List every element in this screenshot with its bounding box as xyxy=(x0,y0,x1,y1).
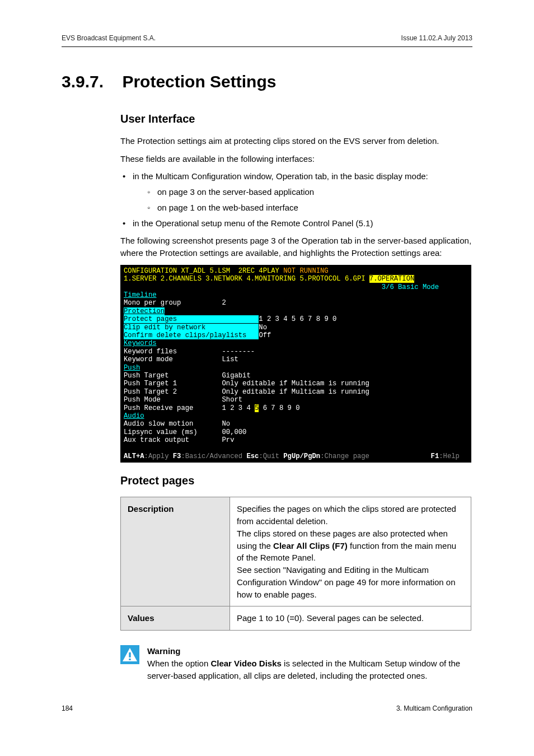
term-line: NOT RUNNING xyxy=(283,267,328,275)
term-line: Push Target Gigabit xyxy=(124,372,251,380)
term-line: 1.SERVER 2.CHANNELS 3.NETWORK 4.MONITORI… xyxy=(124,275,369,283)
term-line: Protect pages xyxy=(124,315,259,323)
section-number: 3.9.7. xyxy=(62,72,104,91)
term-line: :Basic/Advanced xyxy=(181,452,246,460)
cell-label: Description xyxy=(121,497,230,606)
protect-pages-table: Description Specifies the pages on which… xyxy=(120,497,471,631)
term-line: 1 2 3 4 5 6 7 8 9 0 xyxy=(259,315,336,323)
term-line: Mono per group 2 xyxy=(124,299,226,307)
term-line: CONFIGURATION XT_ADL 5.LSM 2REC 4PLAY xyxy=(124,267,283,275)
term-line: Audio slow motion No xyxy=(124,420,230,428)
term-key: Esc xyxy=(246,452,259,460)
term-key: PgUp/PgDn xyxy=(283,452,320,460)
warning-text: When the option Clear Video Disks is sel… xyxy=(147,657,472,682)
warning-block: Warning When the option Clear Video Disk… xyxy=(120,645,472,682)
cell-value: Specifies the pages on which the clips s… xyxy=(230,497,471,606)
terminal-screenshot: CONFIGURATION XT_ADL 5.LSM 2REC 4PLAY NO… xyxy=(120,265,471,463)
term-line: :Change page xyxy=(320,452,369,460)
term-key: F3 xyxy=(173,452,181,460)
term-line: Aux track output Prv xyxy=(124,436,234,444)
term-line: :Help xyxy=(439,452,460,460)
list-item: in the Operational setup menu of the Rem… xyxy=(120,217,472,230)
list-item: on page 1 on the web-based interface xyxy=(145,202,472,214)
term-line: Push Target 2 Only editable if Multicam … xyxy=(124,388,369,396)
text-bold: Clear All Clips (F7) xyxy=(273,541,348,550)
term-line: :Apply xyxy=(144,452,173,460)
term-line: Keyword mode List xyxy=(124,356,238,363)
term-line: Protection xyxy=(124,307,165,315)
term-line: Confirm delete clips/playlists xyxy=(124,332,259,339)
term-line: Push Mode Short xyxy=(124,396,242,404)
term-line xyxy=(124,283,382,291)
term-line: No xyxy=(259,324,267,332)
warning-icon xyxy=(120,645,139,668)
footer-page-number: 184 xyxy=(62,704,73,713)
term-line: Push Target 1 Only editable if Multicam … xyxy=(124,380,369,388)
term-line: Clip edit by network xyxy=(124,324,259,332)
list-item: in the Multicam Configuration window, Op… xyxy=(120,170,472,213)
term-line: 3/6 Basic Mode xyxy=(382,283,439,291)
list-item: on page 3 on the server-based applicatio… xyxy=(145,186,472,198)
section-title: Protection Settings xyxy=(122,72,276,91)
cell-value: Page 1 to 10 (=0). Several pages can be … xyxy=(230,606,471,631)
term-line: Audio xyxy=(124,412,144,420)
list-text: in the Multicam Configuration window, Op… xyxy=(133,171,428,181)
subheading-protect-pages: Protect pages xyxy=(120,473,472,489)
term-line: Push Receive page 1 2 3 4 5 6 7 8 9 0 xyxy=(124,404,300,412)
term-line: Lipsync value (ms) 00,000 xyxy=(124,428,246,436)
footer-section: 3. Multicam Configuration xyxy=(396,704,472,713)
text: See section "Navigating and Editing in t… xyxy=(237,565,456,599)
section-heading: 3.9.7. Protection Settings xyxy=(62,69,472,94)
term-line: :Quit xyxy=(259,452,283,460)
svg-rect-2 xyxy=(129,659,130,660)
term-line: Off xyxy=(259,332,271,339)
term-line: Keyword files -------- xyxy=(124,348,255,356)
term-line: Timeline xyxy=(124,291,157,299)
subheading-ui: User Interface xyxy=(120,111,472,127)
svg-rect-1 xyxy=(129,652,130,657)
term-line: Push xyxy=(124,364,140,372)
term-line: 7.OPERATION xyxy=(369,275,414,283)
cell-label: Values xyxy=(121,606,230,631)
text: Specifies the pages on which the clips s… xyxy=(237,504,456,526)
text-bold: Clear Video Disks xyxy=(210,659,281,668)
term-line: Keywords xyxy=(124,339,157,347)
paragraph: The Protection settings aim at protectin… xyxy=(120,135,472,147)
paragraph: These fields are available in the follow… xyxy=(120,153,472,165)
header-right: Issue 11.02.A July 2013 xyxy=(401,34,472,43)
term-key: ALT+A xyxy=(124,452,144,460)
paragraph: The following screenshot presents page 3… xyxy=(120,235,472,259)
warning-heading: Warning xyxy=(147,645,472,657)
term-key: F1 xyxy=(431,452,439,460)
header-left: EVS Broadcast Equipment S.A. xyxy=(62,34,156,43)
